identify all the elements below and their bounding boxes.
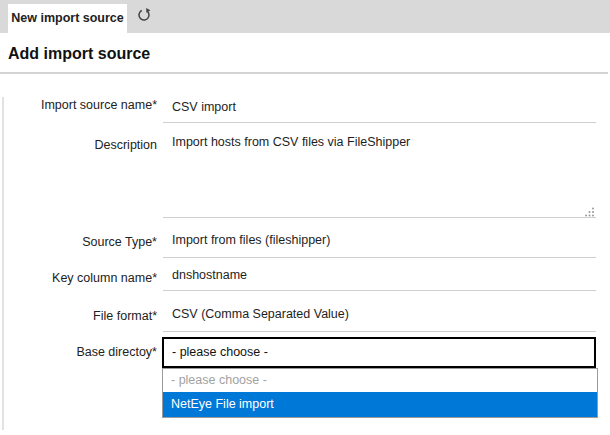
page-title: Add import source <box>8 45 150 63</box>
import-source-name-input[interactable] <box>163 92 596 123</box>
title-divider <box>0 72 608 74</box>
field-label-description: Description <box>0 137 157 153</box>
tab-bar: New import source <box>0 0 610 33</box>
field-label-key-column-name: Key column name* <box>0 270 157 286</box>
source-type-select[interactable]: Import from files (fileshipper) <box>163 226 596 258</box>
refresh-button[interactable] <box>135 8 153 26</box>
refresh-icon <box>136 7 152 27</box>
window: New import source Add import source Impo… <box>0 0 610 435</box>
file-format-select[interactable]: CSV (Comma Separated Value) <box>163 300 596 332</box>
field-label-base-directory: Base directoy* <box>0 344 157 360</box>
dropdown-option-neteye-file-import[interactable]: NetEye File import <box>163 392 597 417</box>
dropdown-option-please-choose[interactable]: - please choose - <box>163 369 597 392</box>
resize-grip-icon[interactable] <box>584 204 595 215</box>
field-label-source-type: Source Type* <box>0 234 157 250</box>
base-directory-dropdown-list: - please choose - NetEye File import <box>162 368 598 418</box>
field-label-file-format: File format* <box>0 308 157 324</box>
key-column-name-input[interactable] <box>163 259 596 291</box>
tab-new-import-source[interactable]: New import source <box>8 4 127 33</box>
base-directory-select[interactable]: - please choose - <box>162 337 596 368</box>
description-textarea[interactable]: Import hosts from CSV files via FileShip… <box>163 126 596 218</box>
field-label-import-source-name: Import source name* <box>0 97 157 113</box>
